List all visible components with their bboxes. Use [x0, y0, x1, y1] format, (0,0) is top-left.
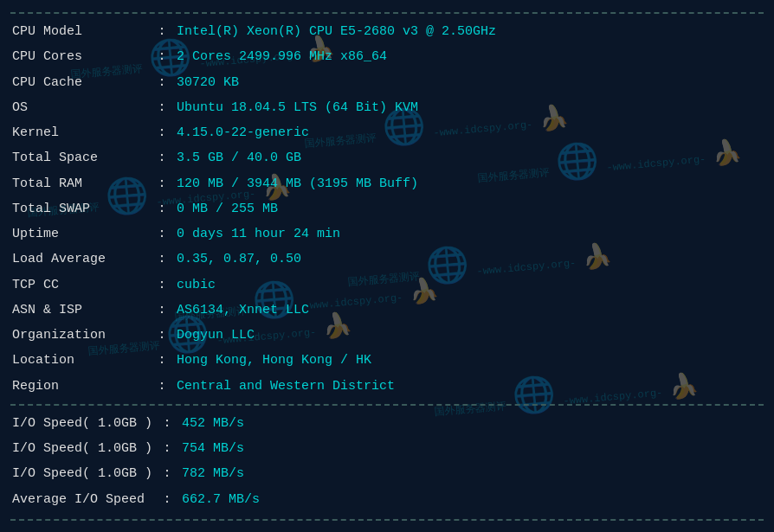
- io-value-0: 452 MB/s: [180, 411, 764, 436]
- system-sep-6: :: [149, 171, 175, 196]
- system-label-13: Location: [10, 348, 149, 373]
- system-sep-8: :: [149, 221, 175, 247]
- system-value-8: 0 days 11 hour 24 min: [175, 221, 764, 247]
- io-info-row: I/O Speed( 1.0GB ) : 452 MB/s: [10, 411, 764, 436]
- system-label-11: ASN & ISP: [10, 298, 149, 323]
- system-value-3: Ubuntu 18.04.5 LTS (64 Bit) KVM: [175, 95, 764, 120]
- system-label-6: Total RAM: [10, 171, 149, 196]
- system-info-row: Total Space : 3.5 GB / 40.0 GB: [10, 145, 764, 170]
- system-value-12: Dogyun LLC: [175, 323, 764, 348]
- io-sep-0: :: [154, 411, 180, 436]
- system-value-9: 0.35, 0.87, 0.50: [175, 247, 764, 272]
- system-value-1: 2 Cores 2499.996 MHz x86_64: [175, 44, 764, 69]
- system-value-2: 30720 KB: [175, 70, 764, 95]
- system-info-row: ASN & ISP : AS6134, Xnnet LLC: [10, 298, 764, 323]
- system-label-5: Total Space: [10, 145, 149, 170]
- io-label-2: I/O Speed( 1.0GB ): [10, 461, 154, 486]
- system-label-9: Load Average: [10, 247, 149, 272]
- system-value-4: 4.15.0-22-generic: [175, 120, 764, 145]
- top-divider: [10, 12, 764, 14]
- system-label-7: Total SWAP: [10, 196, 149, 221]
- io-info-row: I/O Speed( 1.0GB ) : 754 MB/s: [10, 436, 764, 461]
- system-info-row: Total SWAP : 0 MB / 255 MB: [10, 196, 764, 221]
- system-value-13: Hong Kong, Hong Kong / HK: [175, 348, 764, 373]
- system-label-10: TCP CC: [10, 272, 149, 298]
- io-label-3: Average I/O Speed: [10, 487, 154, 512]
- io-sep-3: :: [154, 487, 180, 512]
- system-info-row: Organization : Dogyun LLC: [10, 323, 764, 348]
- system-sep-4: :: [149, 120, 175, 145]
- system-sep-9: :: [149, 247, 175, 272]
- system-sep-14: :: [149, 374, 175, 399]
- system-info-row: CPU Cache : 30720 KB: [10, 70, 764, 95]
- system-label-2: CPU Cache: [10, 70, 149, 95]
- system-sep-2: :: [149, 70, 175, 95]
- system-sep-7: :: [149, 196, 175, 221]
- system-info-row: CPU Cores : 2 Cores 2499.996 MHz x86_64: [10, 44, 764, 69]
- system-label-12: Organization: [10, 323, 149, 348]
- system-value-6: 120 MB / 3944 MB (3195 MB Buff): [175, 171, 764, 196]
- system-info-row: Kernel : 4.15.0-22-generic: [10, 120, 764, 145]
- system-value-0: Intel(R) Xeon(R) CPU E5-2680 v3 @ 2.50GH…: [175, 19, 764, 44]
- system-label-14: Region: [10, 374, 149, 399]
- io-label-1: I/O Speed( 1.0GB ): [10, 436, 154, 461]
- main-container: CPU Model : Intel(R) Xeon(R) CPU E5-2680…: [0, 0, 774, 532]
- system-info-row: OS : Ubuntu 18.04.5 LTS (64 Bit) KVM: [10, 95, 764, 120]
- system-value-11: AS6134, Xnnet LLC: [175, 298, 764, 323]
- io-value-2: 782 MB/s: [180, 461, 764, 486]
- system-sep-12: :: [149, 323, 175, 348]
- system-info-row: Total RAM : 120 MB / 3944 MB (3195 MB Bu…: [10, 171, 764, 196]
- system-value-7: 0 MB / 255 MB: [175, 196, 764, 221]
- io-sep-1: :: [154, 436, 180, 461]
- system-label-0: CPU Model: [10, 19, 149, 44]
- system-info-row: Load Average : 0.35, 0.87, 0.50: [10, 247, 764, 272]
- io-sep-2: :: [154, 461, 180, 486]
- system-sep-1: :: [149, 44, 175, 69]
- system-info-row: Location : Hong Kong, Hong Kong / HK: [10, 348, 764, 373]
- io-info-row: Average I/O Speed : 662.7 MB/s: [10, 487, 764, 512]
- system-info-row: TCP CC : cubic: [10, 272, 764, 298]
- io-info-table: I/O Speed( 1.0GB ) : 452 MB/s I/O Speed(…: [10, 411, 764, 512]
- io-label-0: I/O Speed( 1.0GB ): [10, 411, 154, 436]
- system-sep-5: :: [149, 145, 175, 170]
- system-label-8: Uptime: [10, 221, 149, 247]
- io-value-3: 662.7 MB/s: [180, 487, 764, 512]
- system-label-4: Kernel: [10, 120, 149, 145]
- system-sep-0: :: [149, 19, 175, 44]
- io-info-row: I/O Speed( 1.0GB ) : 782 MB/s: [10, 461, 764, 486]
- system-sep-13: :: [149, 348, 175, 373]
- system-info-table: CPU Model : Intel(R) Xeon(R) CPU E5-2680…: [10, 19, 764, 399]
- system-label-1: CPU Cores: [10, 44, 149, 69]
- system-info-row: Uptime : 0 days 11 hour 24 min: [10, 221, 764, 247]
- system-sep-10: :: [149, 272, 175, 298]
- io-value-1: 754 MB/s: [180, 436, 764, 461]
- middle-divider: [10, 404, 764, 406]
- system-sep-11: :: [149, 298, 175, 323]
- system-label-3: OS: [10, 95, 149, 120]
- system-info-row: Region : Central and Western District: [10, 374, 764, 399]
- system-value-5: 3.5 GB / 40.0 GB: [175, 145, 764, 170]
- system-sep-3: :: [149, 95, 175, 120]
- bottom-divider: [10, 519, 764, 521]
- system-value-10: cubic: [175, 272, 764, 298]
- system-value-14: Central and Western District: [175, 374, 764, 399]
- system-info-row: CPU Model : Intel(R) Xeon(R) CPU E5-2680…: [10, 19, 764, 44]
